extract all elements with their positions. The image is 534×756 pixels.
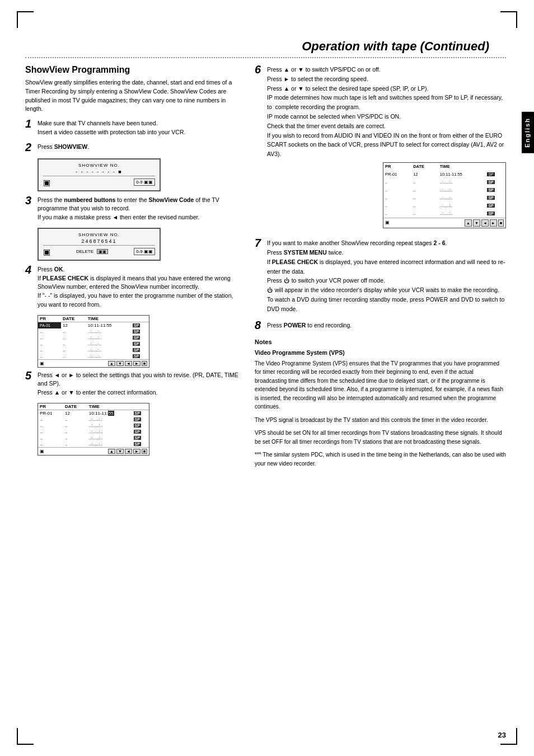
table-row: ......:.....:..SP	[383, 194, 505, 202]
step-7-content: If you want to make another ShowView rec…	[267, 238, 506, 313]
num-range-1: 0-9 ▣▣	[134, 179, 155, 186]
step-4-number: 4	[25, 264, 38, 275]
step-6-number: 6	[255, 64, 267, 75]
table-row: ......:.....:..SP	[38, 347, 149, 353]
notes-title: Notes	[255, 337, 506, 347]
notes-para-3: VPS should be set ON for all timer recor…	[255, 429, 506, 446]
nav-icons-6: ▲ ▼ ◄ ► ■	[465, 219, 504, 227]
section-title: ShowView Programming	[25, 65, 243, 75]
step-7: 7 If you want to make another ShowView r…	[255, 238, 506, 313]
table-row: PA-01 12 10:11-11:55 SP	[38, 322, 149, 328]
showview-dots-1: - - - - - - - - ■	[43, 169, 155, 176]
cell-mode-5: SP	[132, 410, 149, 416]
cell-date-5: 12	[63, 410, 87, 416]
col-sp-6	[485, 163, 505, 171]
table-row: PR-01 12 10:11-11:55 SP	[38, 410, 149, 416]
nav-icons: ▲ ▼ ◄ ► ■	[108, 361, 147, 366]
step-1: 1 Make sure that TV channels have been t…	[25, 119, 243, 137]
table-row: ......:.....:..SP	[383, 202, 505, 210]
step-7-number: 7	[255, 237, 267, 248]
page: English Operation with tape (Continued) …	[0, 0, 534, 756]
table-row: PR-01 12 10:11-11:55 SP	[383, 171, 505, 179]
col-time-6: TIME	[438, 163, 486, 171]
timer-table-step5: PR DATE TIME PR-01 12 10:11-11:55	[38, 403, 149, 456]
step-5: 5 Press ◄ or ► to select the settings th…	[25, 371, 243, 397]
step-2-content: Press SHOWVIEW.	[38, 143, 243, 152]
nav-btn-a: ▲	[108, 361, 115, 366]
table-row: ......:.....:..SP	[383, 210, 505, 218]
step-2: 2 Press SHOWVIEW.	[25, 143, 243, 153]
cell-pr: PA-01	[38, 322, 61, 328]
timer-table-footer: ▣ ▲ ▼ ◄ ► ■	[38, 359, 149, 367]
cell-date: 12	[61, 322, 86, 328]
step-8: 8 Press POWER to end recording.	[255, 321, 506, 331]
table-row: ......:.....:..SP	[38, 353, 149, 359]
display-box-2: SHOWVIEW NO. 246876541 ▣ DELETE ▣▣ 0-9 ▣…	[38, 228, 161, 261]
step-3: 3 Press the numbered buttons to enter th…	[25, 196, 243, 222]
step-6-content: Press ▲ or ▼ to switch VPS/PDC on or off…	[267, 65, 506, 232]
notes-subtitle: Video Programme System (VPS)	[255, 349, 506, 358]
table-row: ......:.....:..SP	[38, 335, 149, 341]
timer-table-6-footer: ▣ ▲ ▼ ◄ ► ■	[383, 218, 505, 228]
dotted-separator	[25, 57, 506, 58]
cell-time-5: 10:11-11:55	[87, 410, 132, 416]
showview-label-1: SHOWVIEW NO.	[43, 163, 155, 168]
corner-tr	[500, 11, 517, 28]
table-row: ......:.....:..SP	[38, 441, 149, 447]
table-row: ......:.....:..SP	[38, 422, 149, 429]
notes-para-4: *** The similar system PDC, which is use…	[255, 450, 506, 468]
cell-mode: SP	[131, 322, 149, 328]
nav-btn-c: ◄	[125, 361, 132, 366]
vcr-icon-5: ▣	[40, 449, 44, 454]
right-column: 6 Press ▲ or ▼ to switch VPS/PDC on or o…	[255, 65, 506, 472]
display-box-2-footer: ▣ DELETE ▣▣ 0-9 ▣▣	[43, 247, 155, 256]
vcr-icon: ▣	[40, 361, 44, 366]
col-date: DATE	[61, 316, 86, 322]
col-sp-5	[132, 403, 149, 410]
col-pr: PR	[38, 316, 61, 322]
table-row: ......:.....:..SP	[38, 435, 149, 441]
notes-para-2: The VPS signal is broadcast by the TV st…	[255, 416, 506, 425]
col-time-5: TIME	[87, 403, 132, 410]
num-range-2: 0-9 ▣▣	[134, 248, 155, 255]
step-6: 6 Press ▲ or ▼ to switch VPS/PDC on or o…	[255, 65, 506, 232]
display-box-1-footer: ▣ 0-9 ▣▣	[43, 178, 155, 187]
step-8-number: 8	[255, 320, 267, 331]
step-3-content: Press the numbered buttons to enter the …	[38, 196, 243, 222]
timer-table-step6: PR DATE TIME PR-01	[383, 162, 506, 228]
col-pr-5: PR	[38, 403, 63, 410]
corner-bl	[17, 728, 34, 745]
intro-text: ShowView greatly simplifies entering the…	[25, 78, 243, 114]
nav-btn-d: ►	[133, 361, 140, 366]
page-number: 23	[498, 731, 506, 739]
step-2-number: 2	[25, 142, 38, 153]
table-row: ......:.....:..SP	[383, 179, 505, 186]
col-date-5: DATE	[63, 403, 87, 410]
timer-table-step4: PR DATE TIME PA-01 12 10:11-11:55	[38, 315, 149, 368]
cell-time: 10:11-11:55	[86, 322, 131, 328]
step-4-content: Press OK. If PLEASE CHECK is displayed i…	[38, 265, 243, 309]
step-4: 4 Press OK. If PLEASE CHECK is displayed…	[25, 265, 243, 309]
delete-label: DELETE ▣▣	[76, 249, 108, 254]
nav-btn-b: ▼	[116, 361, 124, 366]
left-column: ShowView Programming ShowView greatly si…	[25, 65, 243, 472]
table-row: ......:.....:..SP	[38, 429, 149, 435]
col-pr-6: PR	[383, 163, 411, 171]
tape-icon-1: ▣	[43, 178, 50, 187]
table-row: ......:.....:..SP	[38, 341, 149, 347]
nav-icons-5: ▲ ▼ ◄ ► ■	[108, 449, 147, 454]
step-5-content: Press ◄ or ► to select the settings that…	[38, 371, 243, 397]
notes-section: Notes Video Programme System (VPS) The V…	[255, 337, 506, 468]
corner-tl	[17, 11, 34, 28]
table-row: ......:.....:..SP	[383, 186, 505, 194]
right-timer-wrapper: PR DATE TIME PR-01	[267, 159, 506, 232]
table-row: ......:.....:..SP	[38, 416, 149, 422]
two-column-layout: ShowView Programming ShowView greatly si…	[25, 65, 506, 472]
table-row: ......:.....:..SP	[38, 328, 149, 335]
showview-label-2: SHOWVIEW NO.	[43, 232, 155, 237]
tape-icon-2: ▣	[43, 247, 50, 256]
cell-pr-5: PR-01	[38, 410, 63, 416]
step-8-content: Press POWER to end recording.	[267, 321, 506, 330]
notes-para-1: The Video Programme System (VPS) ensures…	[255, 359, 506, 411]
step-3-number: 3	[25, 195, 38, 206]
